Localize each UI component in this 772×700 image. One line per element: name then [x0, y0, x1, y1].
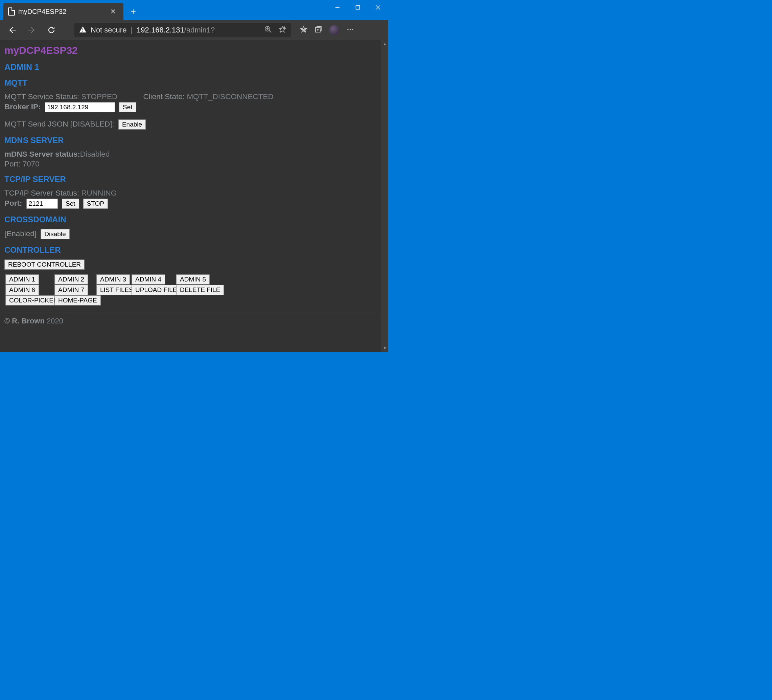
- controller-row: REBOOT CONTROLLER: [4, 259, 376, 270]
- browser-toolbar: Not secure | 192.168.2.131/admin1?: [0, 20, 388, 40]
- maximize-button[interactable]: [348, 0, 368, 15]
- page-icon: [8, 7, 15, 16]
- crossdomain-status: [Enabled]: [4, 230, 36, 238]
- more-icon[interactable]: [346, 25, 354, 35]
- browser-window: myDCP4ESP32 ✕ ＋ Not secure | 192.168.2.1…: [0, 0, 388, 352]
- window-controls: [327, 0, 388, 15]
- crossdomain-heading: CROSSDOMAIN: [4, 215, 376, 224]
- address-bar[interactable]: Not secure | 192.168.2.131/admin1?: [74, 23, 291, 37]
- svg-rect-5: [82, 31, 83, 32]
- mdns-heading: MDNS SERVER: [4, 136, 376, 145]
- broker-ip-input[interactable]: [45, 102, 115, 112]
- profile-avatar[interactable]: [329, 25, 340, 35]
- nav-buttons: ADMIN 1 ADMIN 2 ADMIN 3 ADMIN 4 ADMIN 5 …: [4, 274, 376, 305]
- collections-icon[interactable]: [314, 25, 322, 35]
- tcpip-heading: TCP/IP SERVER: [4, 175, 376, 184]
- security-label: Not secure: [91, 26, 126, 34]
- favorites-icon[interactable]: [299, 25, 308, 35]
- svg-rect-4: [82, 28, 83, 30]
- mqtt-client-state-value: MQTT_DISCONNECTED: [186, 92, 273, 101]
- back-button[interactable]: [3, 22, 22, 38]
- svg-point-17: [347, 29, 348, 30]
- reboot-controller-button[interactable]: REBOOT CONTROLLER: [4, 259, 85, 270]
- tcpip-port-label: Port:: [4, 199, 25, 207]
- tcpip-status-label: TCP/IP Server Status:: [4, 189, 81, 197]
- admin6-button[interactable]: ADMIN 6: [5, 285, 39, 295]
- mdns-port-label: Port:: [4, 160, 23, 168]
- tcpip-set-button[interactable]: Set: [62, 198, 79, 209]
- mqtt-enable-button[interactable]: Enable: [118, 120, 146, 130]
- url-text: 192.168.2.131/admin1?: [137, 26, 215, 34]
- url-path: /admin1?: [184, 26, 215, 34]
- minimize-button[interactable]: [327, 0, 348, 15]
- mdns-port-row: Port: 7070: [4, 160, 376, 169]
- refresh-button[interactable]: [42, 22, 61, 38]
- copyright-name: © R. Brown: [4, 317, 45, 325]
- warning-icon: [79, 26, 87, 34]
- titlebar: myDCP4ESP32 ✕ ＋: [0, 0, 388, 20]
- svg-line-7: [269, 30, 271, 33]
- footer: © R. Brown 2020: [4, 317, 376, 325]
- admin7-button[interactable]: ADMIN 7: [54, 285, 88, 295]
- mqtt-send-json-label: MQTT Send JSON [DISABLED]:: [4, 120, 116, 128]
- color-picker-button[interactable]: COLOR-PICKER: [5, 295, 62, 305]
- delete-file-button[interactable]: DELETE FILE: [176, 285, 224, 295]
- mdns-port-value: 7070: [23, 160, 39, 168]
- mdns-status-value: Disabled: [80, 150, 110, 158]
- tcpip-status-value: RUNNING: [81, 189, 117, 197]
- footer-divider: [4, 313, 376, 313]
- broker-ip-label: Broker IP:: [4, 103, 43, 111]
- tab-title: myDCP4ESP32: [18, 8, 104, 16]
- content-area: myDCP4ESP32 ADMIN 1 MQTT MQTT Service St…: [0, 40, 388, 352]
- admin4-button[interactable]: ADMIN 4: [132, 274, 165, 285]
- crossdomain-row: [Enabled] Disable: [4, 229, 376, 239]
- tcpip-port-input[interactable]: [26, 198, 58, 209]
- upload-file-button[interactable]: UPLOAD FILE: [132, 285, 181, 295]
- new-tab-button[interactable]: ＋: [123, 5, 143, 17]
- admin-heading: ADMIN 1: [4, 62, 376, 72]
- tab-strip: myDCP4ESP32 ✕ ＋: [0, 0, 143, 20]
- page-content: myDCP4ESP32 ADMIN 1 MQTT MQTT Service St…: [0, 40, 381, 352]
- list-files-button[interactable]: LIST FILES: [96, 285, 137, 295]
- mqtt-client-state-label: Client State:: [143, 92, 187, 101]
- svg-point-18: [350, 29, 351, 30]
- address-bar-icons: [265, 26, 286, 34]
- zoom-icon[interactable]: [265, 26, 272, 34]
- svg-point-19: [352, 29, 353, 30]
- url-host: 192.168.2.131: [137, 26, 184, 34]
- tcpip-port-row: Port: Set STOP: [4, 198, 376, 209]
- favorite-add-icon[interactable]: [279, 26, 286, 34]
- svg-rect-1: [356, 6, 360, 10]
- mdns-status-label: mDNS Server status:: [4, 150, 80, 158]
- toolbar-right-icons: [299, 25, 354, 35]
- mqtt-service-status-value: STOPPED: [81, 92, 117, 101]
- app-title: myDCP4ESP32: [4, 45, 376, 56]
- tcpip-stop-button[interactable]: STOP: [83, 198, 108, 209]
- mqtt-service-status-label: MQTT Service Status:: [4, 92, 81, 101]
- mqtt-heading: MQTT: [4, 78, 376, 88]
- tab-close-button[interactable]: ✕: [108, 6, 119, 17]
- admin2-button[interactable]: ADMIN 2: [54, 274, 88, 285]
- mqtt-broker-row: Broker IP: Set: [4, 102, 376, 112]
- mqtt-json-row: MQTT Send JSON [DISABLED]: Enable: [4, 120, 376, 130]
- scrollbar[interactable]: ▲ ▼: [381, 40, 388, 352]
- admin5-button[interactable]: ADMIN 5: [176, 274, 209, 285]
- scroll-up-icon[interactable]: ▲: [381, 40, 389, 48]
- home-page-button[interactable]: HOME-PAGE: [54, 295, 101, 305]
- address-separator: |: [131, 26, 132, 34]
- scroll-down-icon[interactable]: ▼: [381, 344, 389, 352]
- browser-tab[interactable]: myDCP4ESP32 ✕: [3, 3, 123, 20]
- crossdomain-disable-button[interactable]: Disable: [41, 229, 69, 239]
- broker-ip-set-button[interactable]: Set: [119, 102, 136, 112]
- mqtt-status-row: MQTT Service Status: STOPPED Client Stat…: [4, 92, 376, 101]
- admin1-button[interactable]: ADMIN 1: [5, 274, 39, 285]
- tcpip-status-row: TCP/IP Server Status: RUNNING: [4, 189, 376, 198]
- forward-button[interactable]: [22, 22, 41, 38]
- mdns-status-row: mDNS Server status:Disabled: [4, 150, 376, 159]
- copyright-year: 2020: [45, 317, 63, 325]
- controller-heading: CONTROLLER: [4, 245, 376, 255]
- close-button[interactable]: [368, 0, 388, 15]
- admin3-button[interactable]: ADMIN 3: [96, 274, 130, 285]
